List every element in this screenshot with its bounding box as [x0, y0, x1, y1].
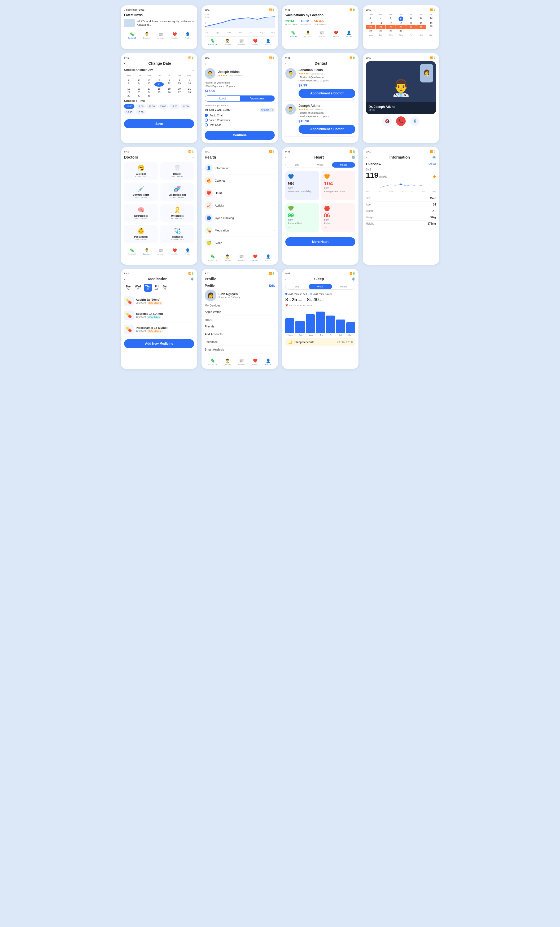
- add-accounts-row[interactable]: Add Accounts ›: [205, 330, 275, 338]
- tab-day[interactable]: Day: [285, 162, 309, 167]
- see-all-btn[interactable]: See all: [428, 163, 436, 166]
- nav-health-d[interactable]: ❤️Health: [171, 248, 178, 255]
- health-item-heart[interactable]: ❤️ Heart ›: [205, 187, 275, 199]
- change-btn[interactable]: Change 📋: [260, 108, 275, 112]
- nav-prf-3[interactable]: 👤Profile: [346, 30, 352, 38]
- spec-epidemiologist[interactable]: 🧬 Epidemiologist +1423 Doctors: [161, 183, 194, 201]
- continue-button[interactable]: Continue: [205, 131, 275, 140]
- nav-articles[interactable]: 📰 Articles: [158, 32, 164, 39]
- nav-articles-2[interactable]: 📰Articles: [238, 39, 245, 46]
- tab-week[interactable]: Week: [309, 162, 332, 167]
- time-chip-1000[interactable]: 10:00: [124, 104, 134, 109]
- time-chip-1830[interactable]: 18:30: [135, 110, 146, 114]
- spec-dermatologist[interactable]: 💉 Dermatologist +432 Doctors: [124, 183, 158, 201]
- add-medicine-button[interactable]: Add New Medicine: [124, 339, 194, 348]
- tab-appointment[interactable]: Appointment: [240, 96, 275, 101]
- nav-doctors[interactable]: 👨‍⚕️ Doctors: [143, 32, 150, 39]
- time-chip-1230[interactable]: 12:30: [147, 104, 157, 109]
- nav-covid-d[interactable]: 🦠Covid-19: [127, 248, 136, 255]
- back-btn3[interactable]: ‹: [285, 61, 287, 65]
- dots-menu[interactable]: ⋯: [190, 68, 194, 72]
- mic-btn[interactable]: 🎙️: [410, 116, 419, 126]
- health-item-medication[interactable]: 💊 Medication ›: [205, 224, 275, 237]
- settings-icon-sleep[interactable]: ⚙️: [352, 277, 355, 281]
- more-heart-button[interactable]: More Heart: [285, 237, 355, 246]
- med-date-tue[interactable]: Tue 04: [124, 284, 132, 292]
- nav-health-p[interactable]: ❤️Health: [252, 359, 258, 366]
- nav-hlt-3[interactable]: ❤️Health: [332, 30, 338, 38]
- back-btn-sleep[interactable]: ‹: [285, 277, 287, 281]
- sleep-tab-day[interactable]: Day: [285, 284, 309, 289]
- health-item-activity[interactable]: 📈 Activity ›: [205, 199, 275, 212]
- time-chip-1430[interactable]: 14:30: [181, 104, 191, 109]
- health-item-sleep[interactable]: 😴 Sleep ›: [205, 237, 275, 249]
- nav-profile-h[interactable]: 👤Profile: [265, 254, 271, 261]
- apple-watch-row[interactable]: Apple Watch ›: [205, 308, 275, 316]
- time-chip-1200[interactable]: 12:00: [135, 104, 146, 109]
- save-button[interactable]: Save: [124, 119, 194, 128]
- friends-row[interactable]: Friends ›: [205, 323, 275, 330]
- nav-doctors-d[interactable]: 👨‍⚕️Doctors: [143, 248, 150, 255]
- spec-therapist[interactable]: 🩺 Therapist +158 Doctors: [161, 225, 194, 243]
- smart-analysis-row[interactable]: Smart Analysis ›: [205, 346, 275, 354]
- spec-neurologist[interactable]: 🧠 Neurologist +123 Doctors: [124, 204, 158, 222]
- sleep-tab-month[interactable]: Month: [332, 284, 355, 289]
- nav-doctors-2[interactable]: 👨‍⚕️Doctors: [224, 39, 231, 46]
- nav-articles-h[interactable]: 📰Articles: [238, 254, 245, 261]
- edit-profile-btn[interactable]: Edit: [269, 284, 275, 287]
- hangup-btn[interactable]: 📞: [396, 116, 406, 126]
- nav-doc-3[interactable]: 👨‍⚕️Doctors: [304, 30, 312, 38]
- dots-menu-profile[interactable]: ⋯: [271, 277, 275, 281]
- nav-profile[interactable]: 👤 Profile: [185, 32, 191, 39]
- nav-articles-d[interactable]: 📰Articles: [158, 248, 164, 255]
- time-chip-1400[interactable]: 14:00: [169, 104, 179, 109]
- nav-profile-d[interactable]: 👤Profile: [185, 248, 191, 255]
- time-chip-1600[interactable]: 16:00: [124, 110, 134, 114]
- tab-about[interactable]: About: [205, 96, 240, 101]
- settings-icon[interactable]: ⚙️: [352, 156, 355, 159]
- med-date-sat[interactable]: Sat 08: [161, 284, 169, 292]
- nav-covid-h[interactable]: 🦠Covid-19: [208, 254, 217, 261]
- spec-allergist[interactable]: 🤧 Allergist +32 Doctors: [124, 162, 158, 180]
- nav-covid19[interactable]: 🦠 Covid-19: [127, 32, 136, 39]
- back-btn2[interactable]: ‹: [205, 61, 206, 65]
- selected-date[interactable]: 11: [154, 82, 164, 87]
- settings-icon-info[interactable]: ⚙️: [432, 156, 436, 159]
- nav-art-3[interactable]: 📰Articles: [319, 30, 326, 38]
- mute-btn[interactable]: 🔇: [382, 116, 392, 126]
- nav-articles-p[interactable]: 📰Articles: [238, 359, 245, 366]
- settings-icon-med[interactable]: ⚙️: [190, 277, 194, 281]
- nav-profile-2[interactable]: 👤Profile: [265, 39, 271, 46]
- health-item-info[interactable]: 👤 Information ›: [205, 162, 275, 175]
- spec-oncologist[interactable]: 🎗️ Oncologist +879 Doctors: [161, 204, 194, 222]
- med-date-wed[interactable]: Wed 05: [134, 284, 143, 292]
- appt-btn-1[interactable]: Appointment a Doctor: [299, 89, 355, 98]
- med-date-thu[interactable]: Thu 06: [144, 284, 152, 292]
- nav-covid-3[interactable]: 🦠Covid-19: [289, 30, 297, 38]
- tab-month[interactable]: Month: [332, 162, 355, 167]
- health-item-calories[interactable]: 🔥 Calories ›: [205, 175, 275, 187]
- dots-menu3[interactable]: ⋯: [271, 155, 275, 160]
- appt-btn-2[interactable]: Appointment a Doctor: [299, 125, 355, 134]
- nav-covid19-2[interactable]: 🦠Covid-19: [208, 39, 217, 46]
- nav-covid-p[interactable]: 🦠Covid-19: [208, 359, 217, 366]
- health-item-cycle[interactable]: 🔵 Cycle Tracking ›: [205, 212, 275, 224]
- nav-doctors-h[interactable]: 👨‍⚕️Doctors: [224, 254, 231, 261]
- spec-dentist[interactable]: 🦷 Dentist +22 Doctors: [161, 162, 194, 180]
- sleep-tab-week[interactable]: Week: [309, 284, 332, 289]
- spec-pediatrician[interactable]: 👶 Pediatrician +878 Doctors: [124, 225, 158, 243]
- back-btn-heart[interactable]: ‹: [285, 155, 287, 160]
- time-chip-1300[interactable]: 13:00: [158, 104, 168, 109]
- back-btn[interactable]: ‹: [124, 61, 125, 65]
- nav-profile-p[interactable]: 👤Profile: [265, 359, 271, 366]
- profile-user-row[interactable]: 👩 Linh Nguyen Founder at CaDesign: [205, 290, 275, 301]
- nav-health-2[interactable]: ❤️Health: [252, 39, 258, 46]
- feedback-row[interactable]: Feedback ›: [205, 338, 275, 346]
- med-date-fri[interactable]: Fri 07: [153, 284, 160, 292]
- nav-health-h[interactable]: ❤️Health: [252, 254, 258, 261]
- dots-menu2[interactable]: ⋯: [190, 155, 194, 160]
- nav-doctors-p[interactable]: 👨‍⚕️Doctors: [224, 359, 231, 366]
- back-btn-med[interactable]: ‹: [124, 277, 125, 281]
- back-btn-info[interactable]: ‹: [366, 155, 367, 160]
- nav-health[interactable]: ❤️ Health: [171, 32, 178, 39]
